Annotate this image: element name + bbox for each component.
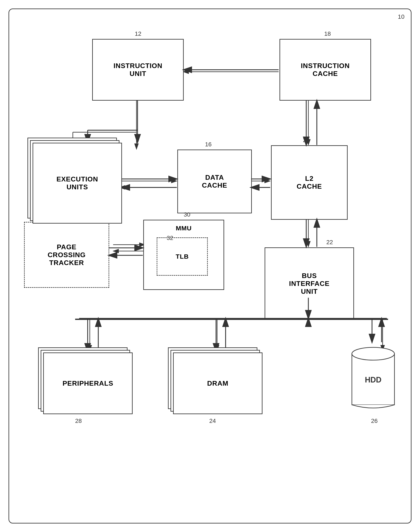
bus-line [75, 319, 388, 320]
ref-10: 10 [398, 14, 405, 20]
dram-label: DRAM [207, 379, 228, 387]
hdd-cylinder-shape: HDD [348, 343, 399, 416]
peripherals-label: PERIPHERALS [63, 379, 113, 387]
data-cache-label: DATACACHE [202, 173, 227, 189]
ref-30: 30 [184, 211, 190, 218]
l2-cache-label: L2CACHE [297, 175, 322, 190]
bus-interface-unit-label: BUSINTERFACEUNIT [289, 272, 330, 295]
instruction-cache-box: INSTRUCTIONCACHE [280, 39, 371, 101]
ref-16: 16 [205, 141, 211, 148]
mmu-box: MMU TLB [143, 220, 224, 290]
mmu-label: MMU [176, 225, 192, 232]
ref-12: 12 [135, 30, 141, 37]
ref-26: 26 [371, 417, 378, 424]
instruction-cache-label: INSTRUCTIONCACHE [301, 62, 350, 78]
page-crossing-tracker-label: PAGECROSSINGTRACKER [48, 243, 86, 267]
ref-28: 28 [75, 417, 82, 424]
tlb-box: TLB [157, 237, 208, 276]
tlb-label: TLB [176, 253, 189, 260]
execution-units-label: EXECUTIONUNITS [56, 175, 98, 191]
dram-box: DRAM [173, 352, 262, 414]
peripherals-box: PERIPHERALS [43, 352, 133, 414]
execution-units-box: EXECUTIONUNITS [32, 143, 122, 224]
l2-cache-box: L2CACHE [271, 145, 348, 220]
main-diagram: 10 [9, 9, 411, 523]
page-crossing-tracker-box: PAGECROSSINGTRACKER [24, 222, 109, 288]
ref-22: 22 [326, 239, 333, 246]
bus-interface-unit-box: BUSINTERFACEUNIT [265, 247, 354, 320]
ref-24: 24 [209, 417, 216, 424]
instruction-unit-box: INSTRUCTIONUNIT [92, 39, 184, 101]
ref-20: 20 [303, 137, 310, 144]
svg-text:HDD: HDD [365, 375, 381, 384]
instruction-unit-label: INSTRUCTIONUNIT [113, 62, 163, 78]
ref-32: 32 [167, 235, 173, 242]
data-cache-box: DATACACHE [177, 150, 252, 213]
ref-18: 18 [324, 30, 331, 37]
svg-point-29 [352, 347, 394, 360]
